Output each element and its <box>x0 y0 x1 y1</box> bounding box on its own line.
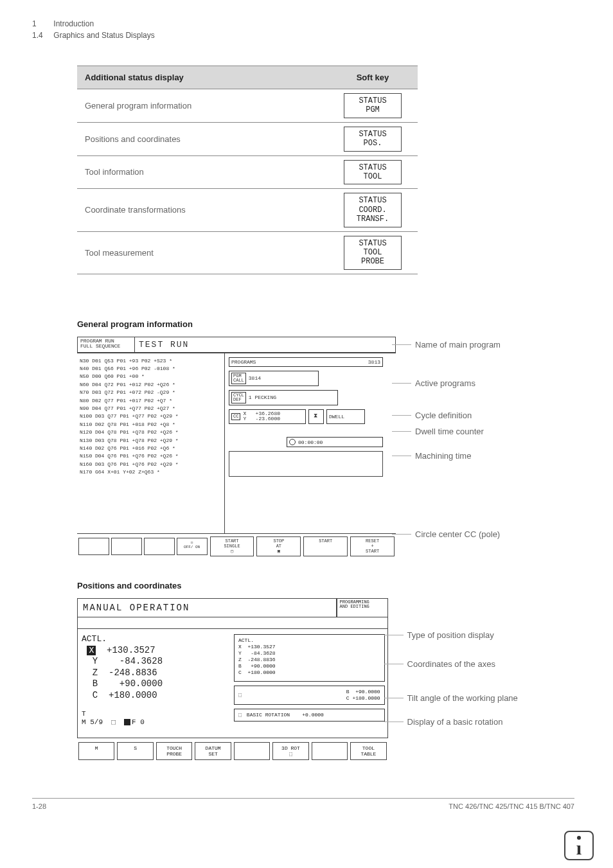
softkey-off-on[interactable]: ◻OFF/ ON <box>177 538 208 555</box>
softkey-status-pos[interactable]: STATUS POS. <box>344 127 402 152</box>
softkey-m[interactable]: M <box>78 742 114 760</box>
code-line: N40 D01 Q56 P01 +96 P02 -0108 * <box>80 365 222 373</box>
header-section: 1.4 Graphics and Status Displays <box>32 31 574 40</box>
cycl-def-icon: CYCL DEF <box>231 392 246 403</box>
programs-number: 3813 <box>368 359 380 365</box>
page-footer: 1-28 TNC 426/TNC 425/TNC 415 B/TNC 407 <box>32 798 574 810</box>
softkey-start-single[interactable]: START SINGLE ▢ <box>210 536 254 556</box>
table-header-2: Soft key <box>328 66 418 89</box>
callout: Name of main program <box>415 340 501 350</box>
basic-rotation-text: BASIC ROTATION +0.0000 <box>247 712 324 718</box>
table-cell-label: General program information <box>77 89 328 123</box>
code-line: N170 G64 X+01 Y+02 Z+Q63 * <box>80 468 222 476</box>
softkey-status-pgm[interactable]: STATUS PGM <box>344 93 402 118</box>
softkey-start[interactable]: START <box>303 536 348 556</box>
code-line: N60 D04 Q72 P01 +012 P02 +Q26 * <box>80 381 222 389</box>
pgm-call-value: 3814 <box>249 375 261 381</box>
callout: Cycle definition <box>415 411 472 420</box>
cycle-def-box: CYCL DEF 1 PECKING <box>229 390 338 405</box>
figure-1: PROGRAM RUN FULL SEQUENCE TEST RUN N30 D… <box>77 337 396 562</box>
code-line: N160 D03 Q76 P01 +Q76 P02 +Q29 * <box>80 461 222 468</box>
time-box: 00:00:00 <box>287 437 383 447</box>
axis-z-val: -248.8836 <box>109 668 157 678</box>
machining-time: 00:00:00 <box>298 439 323 445</box>
code-line: N80 D02 Q77 P01 +017 P02 +Q7 * <box>80 397 222 405</box>
softkey-empty <box>234 742 270 760</box>
position-column: ACTL. X +130.3527 Y -84.3628 Z -248.8836… <box>77 629 231 738</box>
table-cell-label: Tool information <box>77 155 328 189</box>
softkey-status-coord[interactable]: STATUS COORD. TRANSF. <box>344 193 402 227</box>
axis-y-label: Y <box>93 656 98 666</box>
chapter-num: 1 <box>32 19 51 28</box>
f-status: F 0 <box>132 718 145 726</box>
actl-box: ACTL. X +130.3527 Y -84.3628 Z -248.8836… <box>234 634 385 682</box>
softkey-reset-start[interactable]: RESET + START <box>350 536 395 556</box>
axis-c-label: C <box>93 690 98 700</box>
programs-box: PROGRAMS 3813 <box>229 357 383 367</box>
tilt-box: ⬚ B +90.0000 C +180.0000 <box>234 686 385 705</box>
actl-label: ACTL. <box>82 634 227 644</box>
mode-test-run: TEST RUN <box>135 337 396 353</box>
m-status: M 5/9 <box>82 718 103 726</box>
mode-manual: MANUAL OPERATION <box>77 598 337 617</box>
mode-program-run[interactable]: PROGRAM RUN FULL SEQUENCE <box>77 337 135 353</box>
f-icon <box>124 719 130 725</box>
softkey-touch-probe[interactable]: TOUCH PROBE <box>156 742 192 760</box>
softkey-status-probe[interactable]: STATUS TOOL PROBE <box>344 236 402 270</box>
table-cell-label: Tool measurement <box>77 231 328 274</box>
cc-x: X +36.2680 <box>243 411 280 416</box>
nc-code-listing: N30 D01 Q53 P01 +93 P02 +S23 * N40 D01 Q… <box>77 353 225 533</box>
axis-b-label: B <box>93 678 98 689</box>
basic-rotation-box: ⬚ BASIC ROTATION +0.0000 <box>234 709 385 722</box>
code-line: N90 D04 Q77 P01 +Q77 P02 +Q27 * <box>80 405 222 412</box>
cc-box: CC X +36.2680Y -23.6000 <box>229 409 306 425</box>
code-line: N150 D04 Q76 P01 +Q76 P02 +Q26 * <box>80 452 222 460</box>
cycl-def-value: 1 PECKING <box>249 394 276 400</box>
mode-programming[interactable]: PROGRAMMING AND EDITING <box>337 598 388 617</box>
programs-label: PROGRAMS <box>231 359 256 365</box>
table-cell-label: Coordinate transformations <box>77 189 328 231</box>
softkey-tool-table[interactable]: TOOL TABLE <box>350 742 386 760</box>
callout: Dwell time counter <box>415 427 484 436</box>
figure-2: MANUAL OPERATION PROGRAMMING AND EDITING… <box>77 598 388 772</box>
axis-c-val: +180.0000 <box>109 690 157 700</box>
clock-icon <box>289 439 296 445</box>
tilt-values: B +90.0000 C +180.0000 <box>346 689 380 702</box>
softkey-datum-set[interactable]: DATUM SET <box>195 742 231 760</box>
pgm-call-box: PGM CALL 3814 <box>229 371 319 386</box>
dwell-box: DWELL <box>326 409 365 425</box>
table-header-1: Additional status display <box>77 66 328 89</box>
section-title-1: General program information <box>77 319 574 329</box>
callout: Display of a basic rotation <box>407 717 503 727</box>
table-cell-label: Positions and coordinates <box>77 122 328 155</box>
section-title: Graphics and Status Displays <box>53 31 154 40</box>
cc-icon: CC <box>231 413 240 420</box>
doc-id: TNC 426/TNC 425/TNC 415 B/TNC 407 <box>449 802 574 810</box>
code-line: N50 D00 Q60 P01 +00 * <box>80 373 222 380</box>
axis-b-val: +90.0000 <box>114 678 163 689</box>
section-title-2: Positions and coordinates <box>77 581 574 590</box>
softkey-3d-rot[interactable]: 3D ROT ⬚ <box>272 742 308 760</box>
status-pane: PROGRAMS 3813 PGM CALL 3814 CYCL DEF 1 P… <box>225 353 396 533</box>
rotation-icon: ⬚ <box>238 712 242 718</box>
status-table: Additional status display Soft key Gener… <box>77 66 418 274</box>
callout: Coordinates of the axes <box>407 659 495 669</box>
callout: Tilt angle of the working plane <box>407 693 518 703</box>
softkey-stop-at[interactable]: STOP AT ▣ <box>256 536 301 556</box>
softkey-status-tool[interactable]: STATUS TOOL <box>344 160 402 185</box>
softkey-row-fig1: ◻OFF/ ON START SINGLE ▢ STOP AT ▣ START … <box>77 533 396 559</box>
cc-y: Y -23.6000 <box>243 416 280 421</box>
empty-status-box <box>229 451 383 477</box>
axis-x-label: X <box>87 646 96 656</box>
right-status-column: ACTL. X +130.3527 Y -84.3628 Z -248.8836… <box>231 629 388 738</box>
code-line: N120 D04 Q78 P01 +Q78 P02 +Q26 * <box>80 429 222 436</box>
callouts-fig2: Type of position display Coordinates of … <box>407 598 574 772</box>
table-row: General program information STATUS PGM <box>77 89 418 123</box>
softkey-s[interactable]: S <box>117 742 153 760</box>
code-line: N110 D02 Q78 P01 +018 P02 +Q8 * <box>80 421 222 429</box>
chapter-title: Introduction <box>53 19 94 28</box>
info-icon: ı <box>564 831 594 860</box>
code-line: N30 D01 Q53 P01 +93 P02 +S23 * <box>80 357 222 365</box>
table-row: Tool measurement STATUS TOOL PROBE <box>77 231 418 274</box>
callout: Type of position display <box>407 630 494 640</box>
